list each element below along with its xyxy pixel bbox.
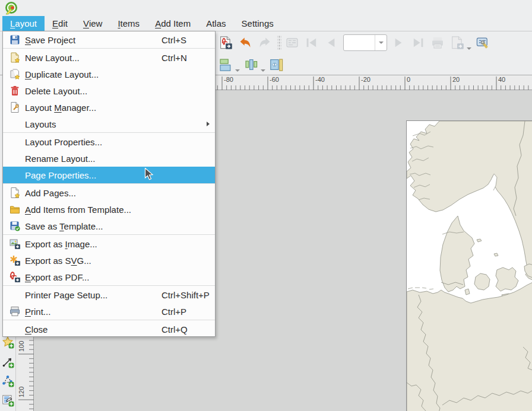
new-layout-icon bbox=[8, 52, 21, 63]
svg-text:100: 100 bbox=[18, 341, 25, 352]
svg-text:-60: -60 bbox=[270, 76, 279, 83]
last-feature-icon bbox=[411, 36, 425, 50]
export-atlas-icon bbox=[450, 36, 464, 50]
menu-shortcut: Ctrl+Shift+P bbox=[162, 290, 210, 300]
export-atlas-button-dropdown-icon[interactable] bbox=[467, 47, 471, 50]
menu-shortcut: Ctrl+S bbox=[162, 35, 186, 45]
menubar-item-items[interactable]: Items bbox=[110, 16, 147, 31]
next-feature-button bbox=[390, 34, 407, 52]
menu-item-duplicate-layout[interactable]: Duplicate Layout... bbox=[3, 66, 215, 82]
resize-items-icon bbox=[270, 58, 284, 72]
menu-item-export-as-image[interactable]: Export as Image... bbox=[3, 235, 215, 252]
menu-shortcut: Ctrl+N bbox=[162, 53, 187, 63]
add-marker-icon bbox=[1, 336, 14, 349]
menu-item-printer-page-setup[interactable]: Printer Page Setup...Ctrl+Shift+P bbox=[3, 286, 215, 303]
export-pdf-icon bbox=[8, 271, 21, 283]
undo-button[interactable] bbox=[236, 34, 254, 52]
resize-items-button[interactable] bbox=[268, 56, 286, 74]
undo-icon bbox=[238, 36, 252, 50]
distribute-items-button-dropdown-icon[interactable] bbox=[261, 69, 265, 72]
no-icon bbox=[8, 152, 21, 164]
menu-item-page-properties[interactable]: Page Properties... bbox=[3, 167, 215, 183]
pdf-export-icon bbox=[218, 36, 233, 50]
no-icon bbox=[8, 169, 21, 181]
export-svg-icon bbox=[8, 254, 21, 266]
menu-item-delete-layout[interactable]: Delete Layout... bbox=[3, 82, 215, 99]
atlas-preview-icon bbox=[285, 36, 299, 50]
menu-item-rename-layout[interactable]: Rename Layout... bbox=[3, 150, 215, 167]
menu-shortcut: Ctrl+P bbox=[162, 307, 186, 317]
align-items-button[interactable] bbox=[217, 56, 235, 74]
atlas-page-combobox[interactable] bbox=[343, 34, 387, 51]
svg-text:120: 120 bbox=[18, 387, 25, 397]
menu-item-save-project[interactable]: Save ProjectCtrl+S bbox=[3, 31, 215, 48]
menu-item-add-pages[interactable]: Add Pages... bbox=[3, 184, 215, 201]
menu-item-export-as-pdf[interactable]: Export as PDF... bbox=[3, 269, 215, 285]
no-icon bbox=[8, 136, 21, 148]
no-icon bbox=[8, 323, 21, 335]
menu-item-close[interactable]: CloseCtrl+Q bbox=[3, 321, 215, 337]
svg-text:0: 0 bbox=[407, 76, 410, 83]
add-pages-icon bbox=[8, 187, 21, 199]
distribute-items-icon bbox=[244, 58, 258, 72]
next-feature-icon bbox=[391, 36, 406, 50]
menubar-item-add-item[interactable]: Add Item bbox=[147, 16, 198, 31]
add-html-icon bbox=[1, 394, 14, 407]
menu-item-add-items-from-template[interactable]: Add Items from Template... bbox=[3, 201, 215, 218]
export-atlas-button bbox=[448, 34, 466, 52]
prev-feature-icon bbox=[324, 36, 338, 50]
map-item bbox=[407, 121, 532, 411]
svg-text:20: 20 bbox=[452, 76, 460, 83]
atlas-settings-button[interactable] bbox=[474, 34, 492, 52]
save-template-icon bbox=[8, 220, 21, 232]
menu-item-layout-manager[interactable]: Layout Manager... bbox=[3, 99, 215, 116]
layout-manager-icon bbox=[8, 101, 21, 113]
align-items-icon bbox=[218, 58, 233, 72]
menubar-item-layout[interactable]: Layout bbox=[2, 16, 45, 31]
redo-button bbox=[256, 34, 274, 52]
folder-icon bbox=[8, 203, 21, 215]
qgis-logo-icon bbox=[4, 1, 18, 15]
no-icon bbox=[8, 289, 21, 301]
export-image-icon bbox=[8, 238, 21, 250]
add-node-icon bbox=[1, 374, 14, 387]
add-arrow-button[interactable] bbox=[0, 353, 15, 370]
menu-item-layout-properties[interactable]: Layout Properties... bbox=[3, 133, 215, 150]
export-pdf-button[interactable] bbox=[217, 34, 235, 52]
svg-text:-40: -40 bbox=[315, 76, 325, 83]
menu-bar: LayoutEditViewItemsAdd ItemAtlasSettings bbox=[0, 16, 532, 31]
no-icon bbox=[8, 118, 21, 130]
svg-text:40: 40 bbox=[498, 76, 505, 83]
menu-item-new-layout[interactable]: New Layout...Ctrl+N bbox=[3, 49, 215, 66]
mouse-cursor bbox=[144, 168, 155, 182]
layout-menu-dropdown: Save ProjectCtrl+SNew Layout...Ctrl+NDup… bbox=[2, 31, 216, 337]
menubar-item-view[interactable]: View bbox=[75, 16, 110, 31]
menu-item-export-as-svg[interactable]: Export as SVG... bbox=[3, 252, 215, 269]
menubar-item-atlas[interactable]: Atlas bbox=[198, 16, 233, 31]
print-atlas-icon bbox=[430, 36, 445, 50]
align-items-button-dropdown-icon[interactable] bbox=[235, 69, 240, 72]
combobox-dropdown-icon[interactable] bbox=[375, 35, 387, 50]
redo-icon bbox=[258, 36, 272, 50]
menu-item-save-as-template[interactable]: Save as Template... bbox=[3, 218, 215, 234]
distribute-items-button[interactable] bbox=[242, 56, 260, 74]
add-arrow-icon bbox=[1, 355, 14, 368]
preview-atlas-button bbox=[283, 34, 301, 52]
previous-feature-button bbox=[322, 34, 340, 52]
menubar-item-settings[interactable]: Settings bbox=[234, 16, 281, 31]
menu-item-print[interactable]: Print...Ctrl+P bbox=[3, 303, 215, 320]
menu-shortcut: Ctrl+Q bbox=[162, 324, 188, 334]
menubar-item-edit[interactable]: Edit bbox=[45, 16, 75, 31]
menu-item-layouts[interactable]: Layouts bbox=[3, 116, 215, 132]
svg-text:-80: -80 bbox=[224, 76, 233, 83]
toolbar-separator bbox=[277, 36, 281, 50]
print-atlas-button bbox=[429, 34, 446, 52]
first-feature-icon bbox=[305, 36, 319, 50]
add-node-item-button[interactable] bbox=[0, 372, 15, 389]
submenu-arrow-icon bbox=[207, 122, 210, 126]
add-html-button[interactable] bbox=[0, 392, 15, 409]
last-feature-button bbox=[409, 34, 427, 52]
title-bar bbox=[0, 0, 532, 16]
atlas-settings-icon bbox=[476, 36, 490, 50]
first-feature-button bbox=[303, 34, 321, 52]
